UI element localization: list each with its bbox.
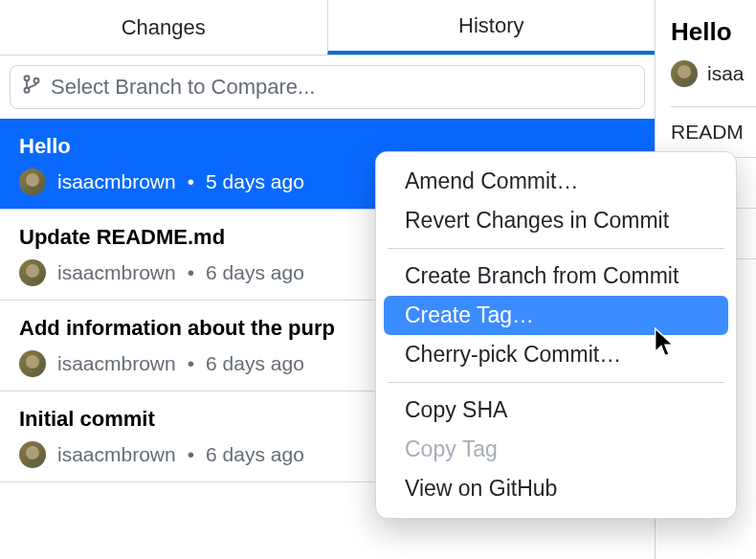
menu-item[interactable]: Amend Commit… [384, 162, 728, 201]
menu-item: Copy Tag [384, 430, 728, 469]
avatar [671, 60, 698, 87]
cursor-icon [653, 327, 678, 362]
menu-item[interactable]: Copy SHA [384, 391, 728, 430]
tab-history[interactable]: History [327, 0, 656, 55]
tab-changes[interactable]: Changes [0, 0, 327, 55]
avatar [19, 441, 46, 468]
detail-title: Hello [671, 17, 756, 47]
avatar [19, 168, 46, 195]
menu-item[interactable]: Create Branch from Commit [384, 257, 728, 296]
commit-author: isaacmbrown [57, 443, 176, 466]
commit-time: 6 days ago [206, 352, 304, 375]
svg-point-2 [34, 78, 39, 83]
svg-point-0 [25, 76, 30, 80]
commit-time: 6 days ago [206, 443, 304, 466]
meta-sep: • [188, 352, 194, 375]
avatar [19, 350, 46, 377]
commit-author: isaacmbrown [57, 261, 176, 284]
menu-separator [388, 248, 724, 249]
menu-item[interactable]: View on GitHub [384, 469, 728, 508]
commit-author: isaacmbrown [57, 170, 176, 193]
branch-icon [22, 75, 41, 100]
meta-sep: • [188, 443, 194, 466]
commit-time: 6 days ago [206, 261, 304, 284]
commit-author: isaacmbrown [57, 352, 176, 375]
context-menu: Amend Commit…Revert Changes in CommitCre… [375, 151, 737, 519]
meta-sep: • [188, 261, 194, 284]
branch-compare-select[interactable]: Select Branch to Compare... [10, 65, 645, 109]
avatar [19, 259, 46, 286]
branch-compare-placeholder: Select Branch to Compare... [51, 75, 315, 100]
commit-time: 5 days ago [206, 170, 304, 193]
menu-separator [388, 382, 724, 383]
menu-item[interactable]: Revert Changes in Commit [384, 201, 728, 240]
sidebar-tabs: Changes History [0, 0, 655, 56]
detail-author: isaa [707, 62, 745, 85]
meta-sep: • [188, 170, 194, 193]
